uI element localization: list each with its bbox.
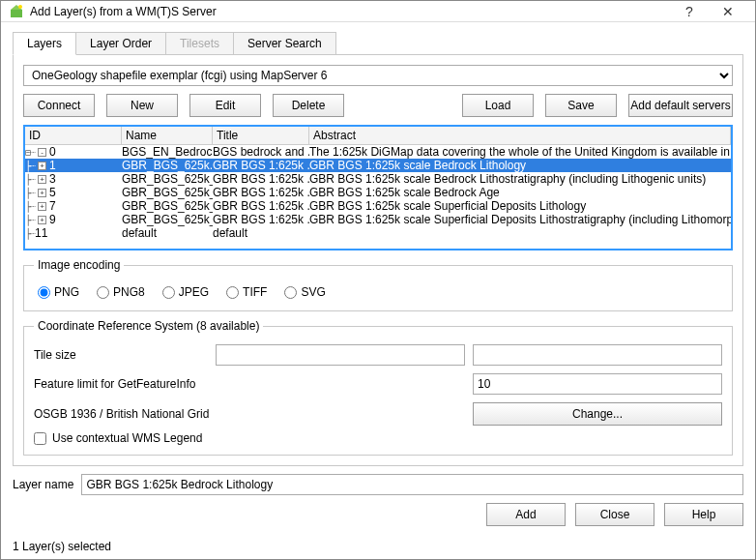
delete-button[interactable]: Delete xyxy=(273,94,344,117)
layer-row[interactable]: ⊟┈- 0BGS_EN_Bedrock...BGS bedrock and ..… xyxy=(25,145,731,159)
feature-limit-label: Feature limit for GetFeatureInfo xyxy=(34,377,465,391)
expand-icon[interactable]: + xyxy=(38,162,46,170)
tile-size-x-input[interactable] xyxy=(216,344,465,366)
tab-tilesets: Tilesets xyxy=(165,32,234,55)
add-default-servers-button[interactable]: Add default servers xyxy=(628,94,733,117)
tab-layer-order[interactable]: Layer Order xyxy=(75,32,166,55)
tile-size-label: Tile size xyxy=(34,348,208,362)
load-button[interactable]: Load xyxy=(462,94,534,117)
new-button[interactable]: New xyxy=(106,94,178,117)
layer-name-label: Layer name xyxy=(13,478,73,491)
layer-row[interactable]: ├┈+ 7GBR_BGS_625k_...GBR BGS 1:625k ...G… xyxy=(25,199,731,213)
tile-size-y-input[interactable] xyxy=(473,344,722,366)
encoding-group: Image encoding PNGPNG8JPEGTIFFSVG xyxy=(23,258,733,311)
contextual-legend-checkbox[interactable]: Use contextual WMS Legend xyxy=(34,431,722,445)
layer-tree-header: ID Name Title Abstract xyxy=(25,127,731,145)
layer-row[interactable]: ├┈+ 3GBR_BGS_625k_...GBR BGS 1:625k ...G… xyxy=(25,172,731,186)
svg-point-1 xyxy=(18,5,22,9)
connect-button[interactable]: Connect xyxy=(23,94,95,117)
expand-icon[interactable]: + xyxy=(38,202,46,211)
svg-rect-0 xyxy=(11,10,22,17)
status-bar: 1 Layer(s) selected xyxy=(13,536,743,553)
expand-icon[interactable]: + xyxy=(38,175,46,184)
save-button[interactable]: Save xyxy=(545,94,617,117)
window-title: Add Layer(s) from a WM(T)S Server xyxy=(30,5,670,18)
crs-group: Coordinate Reference System (8 available… xyxy=(23,319,733,456)
help-button[interactable]: ? xyxy=(670,4,709,19)
app-logo-icon xyxy=(9,4,24,19)
tab-layers[interactable]: Layers xyxy=(13,32,76,55)
add-button[interactable]: Add xyxy=(486,503,566,526)
layer-row[interactable]: ├┈+ 5GBR_BGS_625k_BAGBR BGS 1:625k ...GB… xyxy=(25,186,731,199)
close-window-button[interactable]: ✕ xyxy=(709,4,747,19)
layer-row[interactable]: ├┈+ 1GBR_BGS_625k...GBR BGS 1:625k ...GB… xyxy=(25,159,731,172)
layer-row[interactable]: ├┈ 11defaultdefault xyxy=(25,226,731,240)
col-abstract[interactable]: Abstract xyxy=(309,127,731,144)
expand-icon[interactable]: + xyxy=(38,189,46,197)
col-name[interactable]: Name xyxy=(122,127,213,144)
tab-bar: Layers Layer Order Tilesets Server Searc… xyxy=(13,32,743,55)
col-id[interactable]: ID xyxy=(25,127,122,144)
close-button[interactable]: Close xyxy=(575,503,654,526)
encoding-legend: Image encoding xyxy=(34,258,124,272)
col-title[interactable]: Title xyxy=(213,127,309,144)
encoding-svg[interactable]: SVG xyxy=(284,285,325,299)
tab-server-search[interactable]: Server Search xyxy=(233,32,336,55)
tab-panel-layers: OneGeology shapefile exemplar (fcgi) usi… xyxy=(13,54,743,466)
encoding-png[interactable]: PNG xyxy=(38,285,79,299)
edit-button[interactable]: Edit xyxy=(189,94,261,117)
layer-row[interactable]: ├┈+ 9GBR_BGS_625k_...GBR BGS 1:625k ...G… xyxy=(25,213,731,226)
expand-icon[interactable]: - xyxy=(38,148,46,157)
encoding-png8[interactable]: PNG8 xyxy=(97,285,145,299)
encoding-tiff[interactable]: TIFF xyxy=(226,285,267,299)
layer-name-input[interactable] xyxy=(81,474,743,495)
expand-icon[interactable]: + xyxy=(38,216,46,224)
feature-limit-input[interactable] xyxy=(473,373,722,395)
titlebar: Add Layer(s) from a WM(T)S Server ? ✕ xyxy=(1,1,755,22)
layer-tree[interactable]: ID Name Title Abstract ⊟┈- 0BGS_EN_Bedro… xyxy=(23,125,733,251)
encoding-jpeg[interactable]: JPEG xyxy=(162,285,209,299)
crs-name: OSGB 1936 / British National Grid xyxy=(34,407,465,421)
change-crs-button[interactable]: Change... xyxy=(473,402,722,426)
crs-legend: Coordinate Reference System (8 available… xyxy=(34,319,263,333)
connection-select[interactable]: OneGeology shapefile exemplar (fcgi) usi… xyxy=(23,65,733,86)
help-dialog-button[interactable]: Help xyxy=(664,503,743,526)
